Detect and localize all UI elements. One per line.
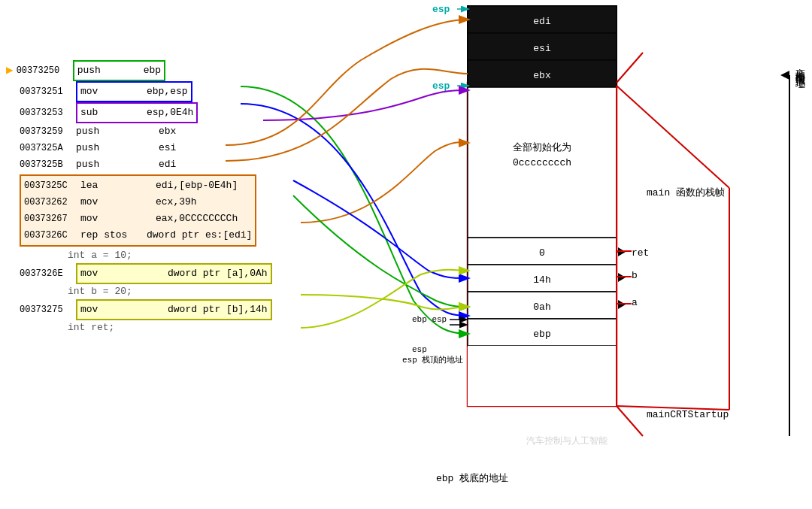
svg-text:esp: esp [412,345,427,354]
addr-12: 00373275 [20,301,76,318]
instr-1: push [77,62,138,79]
instr-7: lea [80,177,141,194]
code-line-1: ▶ 00373250 push ebp [0,60,361,81]
svg-text:esp 栈顶的地址: esp 栈顶的地址 [402,355,463,365]
svg-line-46 [617,406,643,436]
code-line-2: 00373251 mov ebp,esp [0,81,361,102]
orange-box-group: 0037325C lea edi,[ebp-0E4h] 00373262 mov… [20,174,256,247]
addr-8: 00373262 [24,194,80,211]
addr-5: 0037325A [20,140,76,156]
addr-3: 00373253 [20,105,76,121]
svg-rect-7 [468,265,617,292]
svg-text:ebp 栈底的地址: ebp 栈底的地址 [436,473,508,484]
code-line-11: 0037326E mov dword ptr [a],0Ah [0,263,361,284]
addr-6: 0037325B [20,156,76,173]
operand-3: esp,0E4h [147,105,193,121]
code-line-6: 0037325B push edi [0,156,361,173]
svg-text:esp: esp [432,4,450,15]
instr-box-1: push ebp [73,60,165,81]
operand-1: ebp [144,62,161,79]
svg-text:ebp esp: ebp esp [412,315,447,324]
svg-marker-33 [618,273,626,282]
svg-rect-2 [468,6,617,33]
addr-1: 00373250 [17,62,73,79]
arrow-indicator: ▶ [6,62,14,79]
instr-box-11: mov dword ptr [a],0Ah [76,263,272,284]
code-line-4: 00373259 push ebx [0,123,361,140]
svg-rect-10 [468,346,617,406]
svg-rect-1 [468,6,617,87]
svg-text:全部初始化为: 全部初始化为 [513,142,571,153]
instr-2: mov [80,83,141,100]
instr-box-12: mov dword ptr [b],14h [76,299,272,320]
addr-2: 00373251 [20,83,76,100]
svg-rect-5 [468,87,617,238]
operand-2: ebp,esp [147,83,188,100]
instr-8: mov [80,194,141,211]
svg-text:mainCRTStartup: mainCRTStartup [647,409,729,420]
operand-6: edi [159,156,176,173]
svg-line-41 [617,86,729,188]
svg-rect-8 [468,292,617,319]
svg-rect-9 [468,319,617,346]
instr-box-3: sub esp,0E4h [76,102,198,123]
svg-text:0ah: 0ah [533,301,550,313]
operand-4: ebx [159,123,176,140]
svg-text:b: b [632,270,638,281]
instr-5: push [76,140,136,156]
instr-12: mov [80,301,141,318]
instr-10: rep stos [80,227,141,244]
instr-4: push [76,123,136,140]
code-line-10: 0037326C rep stos dword ptr es:[edi] [24,227,252,244]
svg-rect-0 [468,83,617,406]
svg-text:edi: edi [533,16,551,27]
code-line-3: 00373253 sub esp,0E4h [0,102,361,123]
svg-marker-35 [618,300,626,309]
svg-rect-3 [468,33,617,60]
operand-10: dword ptr es:[edi] [147,227,252,244]
code-panel: ▶ 00373250 push ebp 00373251 mov ebp,esp… [0,60,361,335]
svg-text:ebx: ebx [533,70,551,81]
addr-9: 00373267 [24,211,80,227]
code-line-8: 00373262 mov ecx,39h [24,194,252,211]
operand-8: ecx,39h [156,194,197,211]
instr-6: push [76,156,136,173]
code-line-12: 00373275 mov dword ptr [b],14h [0,299,361,320]
addr-11: 0037326E [20,265,76,282]
operand-7: edi,[ebp-0E4h] [156,177,238,194]
svg-text:0: 0 [539,247,545,259]
svg-marker-31 [618,247,626,256]
instr-11: mov [80,265,141,282]
instr-box-2: mov ebp,esp [76,81,192,102]
svg-text:ret: ret [632,247,649,259]
code-line-5: 0037325A push esi [0,140,361,156]
svg-text:esp: esp [432,80,450,92]
addr-10: 0037326C [24,227,80,244]
comment-a: int a = 10; [0,248,361,263]
comment-ret: int ret; [0,320,361,335]
operand-9: eax,0CCCCCCCCh [156,211,238,227]
operand-5: esi [159,140,176,156]
svg-rect-4 [468,60,617,87]
svg-text:14h: 14h [533,274,550,286]
svg-text:汽车控制与人工智能: 汽车控制与人工智能 [526,435,607,446]
code-line-7: 0037325C lea edi,[ebp-0E4h] [24,177,252,194]
svg-line-45 [617,53,643,83]
addr-7: 0037325C [24,177,80,194]
svg-text:esi: esi [533,43,551,54]
instr-3: sub [80,105,141,121]
svg-text:main 函数的栈帧: main 函数的栈帧 [647,187,725,198]
svg-text:a: a [632,297,638,308]
svg-text:0cccccccch: 0cccccccch [513,157,571,168]
operand-12: dword ptr [b],14h [168,301,268,318]
code-line-9: 00373267 mov eax,0CCCCCCCCh [24,211,252,227]
operand-11: dword ptr [a],0Ah [168,265,268,282]
instr-9: mov [80,211,141,227]
comment-b: int b = 20; [0,284,361,299]
svg-text:ebp: ebp [533,329,550,340]
svg-rect-6 [468,238,617,265]
svg-line-42 [617,406,729,410]
high-addr-label: 高地址指向低地址 [792,60,806,72]
addr-4: 00373259 [20,123,76,140]
